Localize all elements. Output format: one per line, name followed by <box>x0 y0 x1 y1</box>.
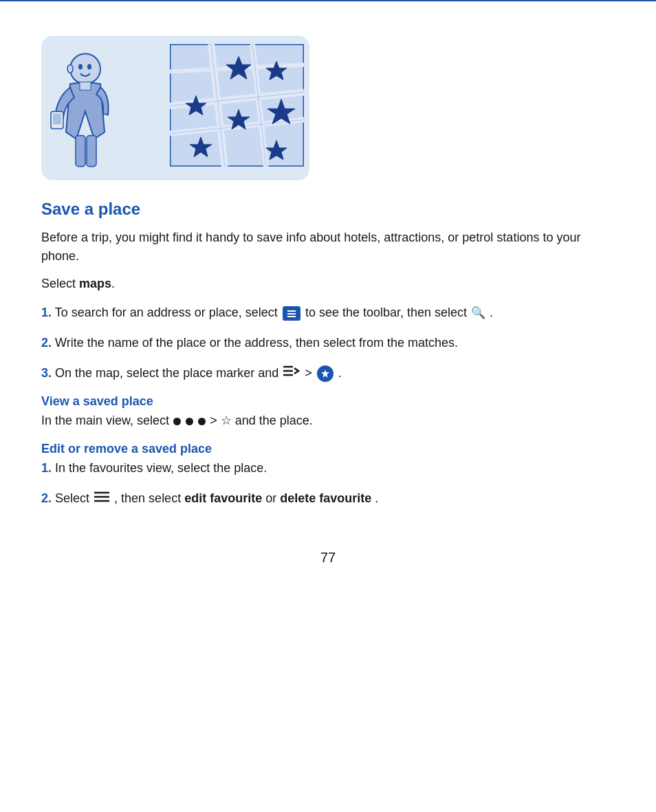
step-3: 3. On the map, select the place marker a… <box>41 364 615 383</box>
step-3-text-before: On the map, select the place marker and <box>55 366 282 380</box>
view-saved-place-section: View a saved place In the main view, sel… <box>41 394 615 431</box>
view-saved-text-end: and the place. <box>235 414 313 427</box>
step-1-text-after1: to see the toolbar, then select <box>305 306 470 319</box>
edit-menu-lines-icon <box>94 489 109 509</box>
blue-star-icon <box>317 365 334 382</box>
select-maps-suffix: . <box>111 277 115 290</box>
svg-rect-26 <box>287 310 296 312</box>
view-saved-place-title: View a saved place <box>41 394 615 409</box>
person-illustration <box>50 50 118 173</box>
edit-step-2: 2. Select , then select edit favourite o… <box>41 489 615 509</box>
delete-favourite-label: delete favourite <box>280 491 371 505</box>
svg-rect-27 <box>287 313 296 314</box>
step-3-gt: > <box>305 366 316 380</box>
step-1: 1. To search for an address or place, se… <box>41 303 615 323</box>
step-2: 2. Write the name of the place or the ad… <box>41 334 615 353</box>
edit-step-1-num: 1. <box>41 461 52 475</box>
illustration <box>41 36 309 180</box>
edit-step-2-or: or <box>265 491 280 505</box>
edit-remove-title: Edit or remove a saved place <box>41 442 615 456</box>
svg-point-3 <box>67 65 73 73</box>
toolbar-icon <box>283 306 300 321</box>
step-2-text: Write the name of the place or the addre… <box>55 336 458 350</box>
svg-marker-32 <box>321 370 329 378</box>
intro-text: Before a trip, you might find it handy t… <box>41 228 615 266</box>
svg-point-1 <box>78 64 83 70</box>
circle-3-icon <box>198 418 206 425</box>
svg-rect-28 <box>287 316 296 317</box>
svg-rect-6 <box>53 114 61 125</box>
edit-favourite-label: edit favourite <box>184 491 262 505</box>
edit-step-2-end: . <box>375 491 378 505</box>
select-maps-line: Select maps. <box>41 277 615 291</box>
circle-2-icon <box>186 418 193 425</box>
edit-remove-section: Edit or remove a saved place 1. In the f… <box>41 442 615 509</box>
search-icon: 🔍 <box>471 304 485 322</box>
star-outline-icon: ☆ <box>221 412 232 431</box>
circle-1-icon <box>173 418 181 425</box>
edit-step-1-text: In the favourites view, select the place… <box>55 461 267 475</box>
edit-step-2-middle: , then select <box>114 491 184 505</box>
edit-step-2-num: 2. <box>41 491 52 505</box>
step-3-num: 3. <box>41 366 52 380</box>
menu-lines-arrow-icon <box>283 364 300 383</box>
svg-point-0 <box>70 54 100 84</box>
step-3-text-end: . <box>338 366 342 380</box>
select-maps-bold: maps <box>79 277 111 290</box>
svg-rect-7 <box>76 136 85 167</box>
page-number: 77 <box>41 550 615 566</box>
view-saved-text-before: In the main view, select <box>41 414 173 427</box>
step-1-text-end: . <box>490 306 493 319</box>
step-1-text-before: To search for an address or place, selec… <box>55 306 281 319</box>
map-illustration <box>170 44 304 167</box>
edit-step-1: 1. In the favourites view, select the pl… <box>41 459 615 478</box>
view-saved-gt: > <box>210 414 221 427</box>
section-title: Save a place <box>41 200 615 219</box>
edit-step-2-text-before: Select <box>55 491 93 505</box>
page-content: Save a place Before a trip, you might fi… <box>0 1 656 607</box>
svg-rect-8 <box>87 136 96 167</box>
select-maps-prefix: Select <box>41 277 79 290</box>
svg-rect-4 <box>80 82 91 90</box>
step-2-num: 2. <box>41 336 52 350</box>
view-saved-place-text: In the main view, select > ☆ and the pla… <box>41 412 615 431</box>
svg-point-2 <box>87 64 91 70</box>
step-1-num: 1. <box>41 306 52 319</box>
